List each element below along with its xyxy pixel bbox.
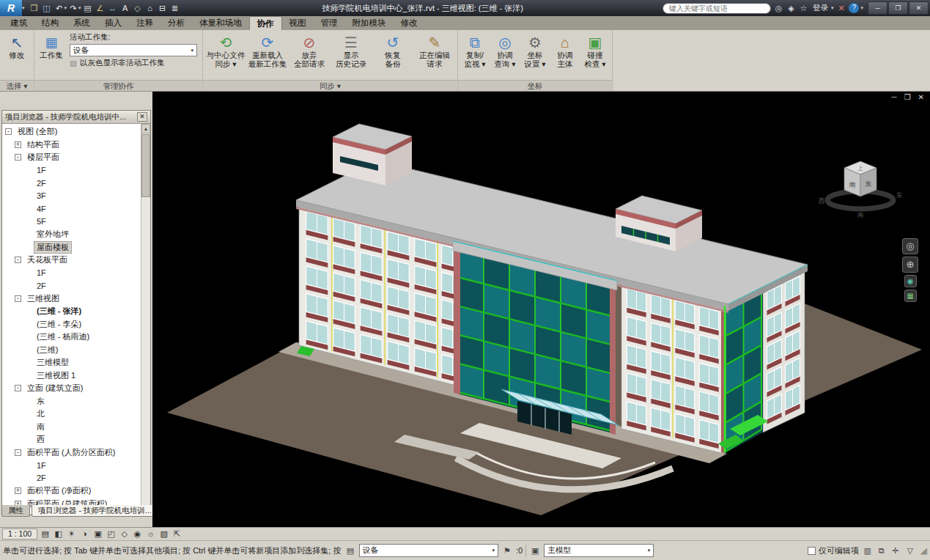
tree-item-label[interactable]: 4F [34,204,49,214]
detail-level-icon[interactable]: ▤ [39,528,51,539]
active-workset-select[interactable]: 设备 ▾ [70,44,197,56]
crop-view-icon[interactable]: ▣ [92,528,104,539]
unlocked-view-icon[interactable]: ◇ [118,528,130,539]
synchronize-panel-label[interactable]: 同步 ▾ [203,80,457,91]
tree-item[interactable]: -面积平面 (人防分区面积) [2,446,150,460]
3d-model-canvas[interactable]: 上南东西东南 [152,92,930,527]
tree-item-label[interactable]: (三维 - 杨雨迪) [34,331,92,343]
design-option-select[interactable]: 主模型▾ [544,544,654,557]
thin-lines-icon[interactable]: ≣ [169,1,181,15]
tab-分析[interactable]: 分析 [160,16,192,30]
tree-item[interactable]: 北 [2,408,150,421]
close-icon[interactable]: ✕ [137,112,147,122]
expand-icon[interactable]: + [15,141,21,148]
tab-附加模块[interactable]: 附加模块 [345,16,394,30]
copy-monitor-button[interactable]: ⧉复制/监视 ▾ [460,32,490,78]
tree-item[interactable]: -立面 (建筑立面) [2,382,150,395]
tab-体量和场地[interactable]: 体量和场地 [192,16,249,30]
redo-icon[interactable]: ↷ [67,1,79,15]
aligned-dimension-icon[interactable]: ↔ [107,1,119,15]
tree-item-label[interactable]: 北 [34,408,48,420]
gray-inactive-worksets-button[interactable]: ▧ 以灰色显示非活动工作集 [70,58,197,68]
collapse-icon[interactable]: - [5,128,12,135]
tree-item-label[interactable]: 2F [34,473,49,483]
tree-item-label[interactable]: 东 [34,395,48,408]
tree-item-label[interactable]: 结构平面 [24,139,62,151]
tree-item[interactable]: +结构平面 [2,139,150,152]
undo-icon-arrow[interactable]: ▾ [64,5,67,11]
communication-center-icon[interactable]: ◈ [785,4,797,13]
visual-style-icon[interactable]: ◧ [52,528,64,539]
tree-item[interactable]: 南 [2,421,150,434]
temporary-view-properties-icon[interactable]: ▧ [158,528,170,539]
tree-item-label[interactable]: 1F [34,165,49,175]
tree-item[interactable]: +面积平面 (净面积) [2,485,150,498]
active-workset-statusbar-select[interactable]: 设备▾ [359,544,498,557]
scrollbar[interactable]: ▲ ▼ [141,124,150,515]
sync-with-central-button[interactable]: ⟲与中心文件同步 ▾ [205,32,246,78]
tree-item-label[interactable]: 面积平面 (人防分区面积) [24,446,118,459]
tree-item[interactable]: 西 [2,433,150,446]
shadows-icon[interactable]: ◑ [78,528,91,539]
show-crop-icon[interactable]: ◰ [105,528,117,539]
sun-path-icon[interactable]: ☀ [65,528,78,539]
tree-item-label[interactable]: (三维 - 张洋) [34,305,84,317]
undo-icon[interactable]: ↶ [53,1,65,15]
tree-item[interactable]: 2F [2,472,150,485]
interference-check-button[interactable]: ▣碰撞检查 ▾ [580,32,610,78]
section-icon[interactable]: ⊟ [157,1,169,15]
tree-item-label[interactable]: 1F [34,268,49,278]
nav-home-button[interactable]: ▦ [904,290,917,302]
tree-item-label[interactable]: 三维视图 [24,292,62,305]
tab-系统[interactable]: 系统 [66,16,97,30]
tree-item[interactable]: 3F [2,190,150,203]
tree-item[interactable]: (三维 - 李朵) [2,318,150,331]
coordination-settings-button[interactable]: ⚙坐标设置 ▾ [520,32,550,78]
tree-item-label[interactable]: 5F [34,216,49,226]
filter-icon[interactable]: ▽ [904,546,916,556]
maximize-button[interactable]: ❐ [888,1,908,15]
tree-item-label[interactable]: 南 [34,421,48,433]
tree-item-label[interactable]: 2F [34,281,49,291]
tree-item[interactable]: 4F [2,202,150,215]
view-close-button[interactable]: ✕ [918,93,924,101]
scroll-up-icon[interactable]: ▲ [141,124,150,133]
text-icon[interactable]: A [119,1,131,15]
tree-item-label[interactable]: 天花板平面 [24,254,70,266]
tab-修改[interactable]: 修改 [394,16,425,30]
open-icon[interactable]: ❒ [29,1,40,15]
collapse-icon[interactable]: - [15,449,21,456]
restore-backup-button[interactable]: ↺恢复备份 [372,32,413,78]
coordination-host-button[interactable]: ⌂协调主体 [550,32,580,78]
search-input[interactable] [663,3,771,14]
tree-item[interactable]: -楼层平面 [2,151,150,164]
tree-item-label[interactable]: 3F [34,191,49,201]
tree-item[interactable]: 室外地坪 [2,228,150,241]
drag-elements-icon[interactable]: ✛ [890,546,901,556]
tree-item[interactable]: -三维视图 [2,292,150,306]
tab-管理[interactable]: 管理 [314,16,345,30]
expand-icon[interactable]: + [15,487,21,494]
measure-icon[interactable]: ∠ [95,1,106,15]
collapse-icon[interactable]: - [15,295,21,302]
tab-插入[interactable]: 插入 [97,16,129,30]
collapse-icon[interactable]: - [15,385,21,391]
tree-item[interactable]: -天花板平面 [2,254,150,267]
tag-icon[interactable]: ◇ [132,1,144,15]
tree-item[interactable]: (三维 - 张洋) [2,305,150,318]
tree-item-label[interactable]: 屋面楼板 [34,241,72,254]
tree-item-label[interactable]: 三维模型 [34,356,72,369]
tree-item-label[interactable]: 三维视图 1 [34,369,78,382]
reload-latest-button[interactable]: ⟳重新载入最新工作集 [247,32,288,78]
editing-requests-icon[interactable]: ⚑ [501,546,513,556]
tree-item-label[interactable]: (三维 - 李朵) [34,318,84,331]
tree-item[interactable]: 三维模型 [2,356,150,369]
help-icon[interactable]: ? [849,3,859,13]
tab-视图[interactable]: 视图 [282,16,314,30]
view-minimize-button[interactable]: ─ [892,93,897,101]
nav-orbit-button[interactable]: ◉ [904,275,917,287]
redo-icon-arrow[interactable]: ▾ [78,5,81,11]
tree-item-label[interactable]: 室外地坪 [34,228,72,240]
tree-item[interactable]: 1F [2,459,150,472]
tree-item[interactable]: 2F [2,177,150,190]
